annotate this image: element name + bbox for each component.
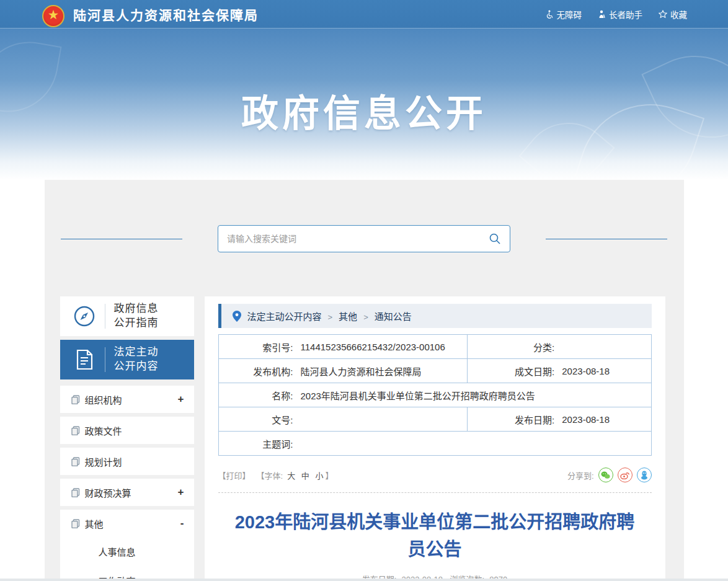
- pages-icon: [71, 395, 80, 404]
- pages-icon: [71, 519, 80, 528]
- expand-icon[interactable]: +: [178, 393, 184, 406]
- sidebar-menu: 组织机构+政策文件规划计划财政预决算+其他-人事信息工作动态: [60, 386, 194, 581]
- pages-icon: [71, 457, 80, 466]
- field-value: 2023年陆河县机关事业单位第二批公开招聘政府聘员公告: [301, 389, 540, 402]
- table-row: 主题词:: [219, 431, 651, 455]
- search-section: [45, 225, 684, 252]
- sidebar-menu-card: 组织机构+: [60, 386, 194, 413]
- table-cell: 分类:: [467, 335, 650, 358]
- document-info-table: 索引号:114415235666215432/2023-00106分类:发布机构…: [218, 334, 652, 456]
- breadcrumb-item[interactable]: 通知公告: [375, 311, 412, 322]
- weibo-share-icon[interactable]: [618, 468, 633, 482]
- article-tools: 【打印】 【字体: 大 中 小 】 分享到:: [218, 468, 652, 482]
- table-cell: 成文日期:2023-08-18: [467, 359, 650, 383]
- content-row: 政府信息公开指南 法定主动公开内容 组织机构+政策文件规划计划财政预决算+其他-…: [45, 296, 684, 581]
- pages-icon: [71, 488, 80, 497]
- sidebar-submenu: 人事信息工作动态: [60, 537, 194, 581]
- search-icon[interactable]: [489, 233, 501, 245]
- sidebar-item-statutory-disclosure[interactable]: 法定主动公开内容: [60, 340, 194, 379]
- document-icon: [71, 348, 97, 371]
- content-container: 政府信息公开指南 法定主动公开内容 组织机构+政策文件规划计划财政预决算+其他-…: [45, 180, 684, 581]
- page-title: 政府信息公开: [0, 29, 728, 137]
- collapse-icon[interactable]: -: [180, 517, 184, 530]
- expand-icon[interactable]: +: [178, 486, 184, 499]
- page-bottom-strip: [0, 579, 728, 581]
- site-title: 陆河县人力资源和社会保障局: [73, 5, 259, 24]
- elder-person-icon: [598, 10, 606, 19]
- sidebar-item-label: 财政预决算: [85, 486, 131, 499]
- sidebar-item-label: 政策文件: [85, 424, 122, 437]
- field-label: 名称:: [219, 389, 293, 402]
- sidebar-item-财政预决算[interactable]: 财政预决算+: [60, 479, 194, 506]
- field-label: 文号:: [219, 413, 293, 426]
- field-label: 索引号:: [219, 340, 293, 353]
- dashed-divider: [218, 492, 652, 493]
- table-row: 索引号:114415235666215432/2023-00106分类:: [219, 335, 651, 358]
- table-row: 名称:2023年陆河县机关事业单位第二批公开招聘政府聘员公告: [219, 383, 651, 407]
- decorative-line-right: [546, 239, 667, 239]
- font-size-small-button[interactable]: 小: [315, 471, 323, 481]
- main-panel: 法定主动公开内容>其他>通知公告 索引号:114415235666215432/…: [205, 296, 665, 581]
- wechat-share-icon[interactable]: [598, 468, 613, 482]
- sidebar-item-组织机构[interactable]: 组织机构+: [60, 386, 194, 413]
- star-icon: [659, 10, 667, 19]
- sidebar-item-label: 法定主动公开内容: [114, 345, 159, 374]
- font-size-medium-button[interactable]: 中: [301, 471, 309, 481]
- table-cell: 发布机构:陆河县人力资源和社会保障局: [219, 359, 468, 383]
- page-banner: 政府信息公开: [0, 29, 728, 180]
- compass-icon: [71, 304, 97, 328]
- sidebar-nav: 政府信息公开指南 法定主动公开内容 组织机构+政策文件规划计划财政预决算+其他-…: [60, 296, 194, 581]
- sidebar-menu-card: 其他-人事信息工作动态: [60, 510, 194, 581]
- sidebar-item-政策文件[interactable]: 政策文件: [60, 417, 194, 444]
- sidebar-item-其他[interactable]: 其他-: [60, 510, 194, 537]
- field-label: 发布机构:: [219, 365, 293, 378]
- sidebar-item-label: 其他: [85, 517, 104, 530]
- table-cell: 索引号:114415235666215432/2023-00106: [219, 335, 468, 358]
- sidebar-menu-card: 财政预决算+: [60, 479, 194, 506]
- sidebar-item-label: 政府信息公开指南: [114, 302, 159, 330]
- field-value: 114415235666215432/2023-00106: [301, 342, 450, 352]
- article-title: 2023年陆河县机关事业单位第二批公开招聘政府聘员公告: [226, 509, 643, 563]
- font-size-label: 【字体:: [257, 469, 283, 481]
- table-cell: 发布日期:2023-08-18: [467, 407, 650, 431]
- table-cell: 文号:: [219, 407, 468, 431]
- field-label: 发布日期:: [468, 413, 554, 426]
- field-value: 陆河县人力资源和社会保障局: [301, 365, 427, 378]
- qq-share-icon[interactable]: [637, 468, 652, 482]
- location-pin-icon: [233, 311, 241, 322]
- table-row: 文号:发布日期:2023-08-18: [219, 407, 651, 431]
- share-label: 分享到:: [567, 469, 594, 481]
- table-cell: 名称:2023年陆河县机关事业单位第二批公开招聘政府聘员公告: [219, 383, 651, 407]
- sidebar-menu-card: 规划计划: [60, 448, 194, 475]
- national-emblem-logo: ★: [42, 5, 64, 30]
- sidebar-item-规划计划[interactable]: 规划计划: [60, 448, 194, 475]
- elder-helper-link[interactable]: 长者助手: [598, 8, 642, 20]
- share-section: 分享到:: [567, 468, 652, 482]
- field-label: 分类:: [468, 340, 554, 353]
- sidebar-item-label: 组织机构: [85, 393, 122, 406]
- accessibility-icon: [545, 10, 554, 19]
- decorative-line-left: [61, 239, 182, 239]
- field-label: 主题词:: [219, 437, 293, 450]
- top-header-bar: ★ 陆河县人力资源和社会保障局 无障碍 长者助手 收藏: [0, 0, 728, 29]
- sidebar-menu-card: 政策文件: [60, 417, 194, 444]
- pages-icon: [71, 426, 80, 435]
- search-input[interactable]: [227, 234, 489, 244]
- accessibility-link[interactable]: 无障碍: [545, 8, 582, 20]
- field-value: 2023-08-18: [562, 414, 615, 425]
- sidebar-subitem-人事信息[interactable]: 人事信息: [60, 537, 194, 566]
- font-size-large-button[interactable]: 大: [287, 471, 295, 481]
- table-cell: 主题词:: [219, 432, 651, 455]
- sidebar-item-label: 规划计划: [85, 455, 122, 468]
- topbar-links: 无障碍 长者助手 收藏: [545, 8, 688, 20]
- breadcrumb: 法定主动公开内容>其他>通知公告: [218, 304, 652, 328]
- sidebar-item-disclosure-guide[interactable]: 政府信息公开指南: [60, 296, 194, 336]
- breadcrumb-separator: >: [363, 313, 368, 322]
- field-value: 2023-08-18: [562, 366, 615, 376]
- breadcrumb-item[interactable]: 其他: [339, 311, 357, 322]
- search-box: [218, 225, 510, 252]
- breadcrumb-item[interactable]: 法定主动公开内容: [247, 311, 322, 322]
- favorite-link[interactable]: 收藏: [659, 8, 687, 20]
- print-button[interactable]: 【打印】: [218, 469, 251, 481]
- field-label: 成文日期:: [468, 365, 554, 378]
